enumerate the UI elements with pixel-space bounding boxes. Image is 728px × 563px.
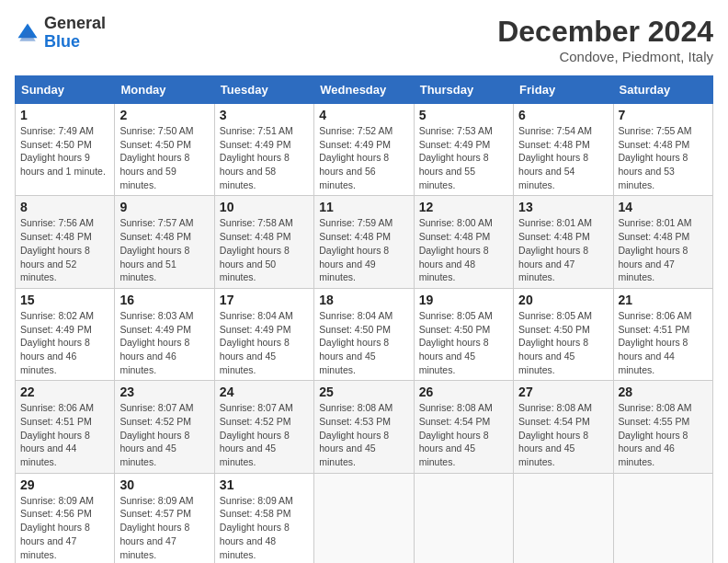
calendar-cell: 26Sunrise: 8:08 AMSunset: 4:54 PMDayligh… — [414, 381, 513, 473]
location: Condove, Piedmont, Italy — [497, 49, 713, 64]
day-number: 17 — [220, 293, 309, 307]
calendar-cell: 24Sunrise: 8:07 AMSunset: 4:52 PMDayligh… — [214, 381, 313, 473]
calendar-cell: 13Sunrise: 8:01 AMSunset: 4:48 PMDayligh… — [514, 196, 613, 288]
day-info: Sunrise: 7:49 AMSunset: 4:50 PMDaylight … — [20, 124, 109, 178]
calendar-cell: 14Sunrise: 8:01 AMSunset: 4:48 PMDayligh… — [613, 196, 712, 288]
month-year: December 2024 — [497, 15, 713, 49]
day-info: Sunrise: 8:08 AMSunset: 4:54 PMDaylight … — [419, 401, 508, 468]
day-info: Sunrise: 8:04 AMSunset: 4:49 PMDaylight … — [220, 309, 309, 376]
day-info: Sunrise: 8:08 AMSunset: 4:54 PMDaylight … — [518, 401, 608, 468]
day-number: 7 — [619, 108, 708, 122]
day-info: Sunrise: 7:54 AMSunset: 4:48 PMDaylight … — [518, 124, 608, 191]
day-number: 13 — [518, 200, 608, 214]
calendar-cell: 28Sunrise: 8:08 AMSunset: 4:55 PMDayligh… — [613, 381, 712, 473]
calendar-cell: 9Sunrise: 7:57 AMSunset: 4:48 PMDaylight… — [115, 196, 214, 288]
day-number: 24 — [220, 385, 309, 399]
calendar-cell: 4Sunrise: 7:52 AMSunset: 4:49 PMDaylight… — [314, 104, 414, 196]
calendar-cell: 6Sunrise: 7:54 AMSunset: 4:48 PMDaylight… — [514, 104, 613, 196]
day-number: 27 — [518, 385, 608, 399]
day-info: Sunrise: 8:08 AMSunset: 4:55 PMDaylight … — [619, 401, 708, 468]
calendar-cell: 29Sunrise: 8:09 AMSunset: 4:56 PMDayligh… — [16, 473, 115, 563]
day-info: Sunrise: 8:06 AMSunset: 4:51 PMDaylight … — [619, 309, 708, 376]
weekday-header-wednesday: Wednesday — [314, 76, 414, 104]
day-info: Sunrise: 8:07 AMSunset: 4:52 PMDaylight … — [220, 401, 309, 468]
calendar-cell: 5Sunrise: 7:53 AMSunset: 4:49 PMDaylight… — [414, 104, 513, 196]
calendar-cell: 1Sunrise: 7:49 AMSunset: 4:50 PMDaylight… — [16, 104, 115, 196]
day-number: 28 — [619, 385, 708, 399]
weekday-header-tuesday: Tuesday — [214, 76, 313, 104]
weekday-header-monday: Monday — [115, 76, 214, 104]
day-info: Sunrise: 8:04 AMSunset: 4:50 PMDaylight … — [319, 309, 408, 376]
calendar-cell: 22Sunrise: 8:06 AMSunset: 4:51 PMDayligh… — [16, 381, 115, 473]
day-info: Sunrise: 7:52 AMSunset: 4:49 PMDaylight … — [319, 124, 408, 191]
calendar-cell: 12Sunrise: 8:00 AMSunset: 4:48 PMDayligh… — [414, 196, 513, 288]
day-number: 14 — [619, 200, 708, 214]
calendar-cell — [613, 473, 712, 563]
calendar-cell: 7Sunrise: 7:55 AMSunset: 4:48 PMDaylight… — [613, 104, 712, 196]
day-info: Sunrise: 7:56 AMSunset: 4:48 PMDaylight … — [20, 216, 109, 283]
calendar-cell: 21Sunrise: 8:06 AMSunset: 4:51 PMDayligh… — [613, 288, 712, 380]
calendar-week-row: 15Sunrise: 8:02 AMSunset: 4:49 PMDayligh… — [16, 288, 713, 380]
calendar-cell: 3Sunrise: 7:51 AMSunset: 4:49 PMDaylight… — [214, 104, 313, 196]
day-info: Sunrise: 7:53 AMSunset: 4:49 PMDaylight … — [419, 124, 508, 191]
day-number: 25 — [319, 385, 408, 399]
calendar-week-row: 1Sunrise: 7:49 AMSunset: 4:50 PMDaylight… — [16, 104, 713, 196]
calendar-week-row: 8Sunrise: 7:56 AMSunset: 4:48 PMDaylight… — [16, 196, 713, 288]
day-number: 4 — [319, 108, 408, 122]
day-info: Sunrise: 7:51 AMSunset: 4:49 PMDaylight … — [220, 124, 309, 191]
page-header: General Blue December 2024 Condove, Pied… — [15, 15, 713, 64]
day-number: 8 — [20, 200, 109, 214]
calendar-cell: 16Sunrise: 8:03 AMSunset: 4:49 PMDayligh… — [115, 288, 214, 380]
calendar-week-row: 22Sunrise: 8:06 AMSunset: 4:51 PMDayligh… — [16, 381, 713, 473]
day-number: 23 — [119, 385, 209, 399]
day-info: Sunrise: 8:09 AMSunset: 4:58 PMDaylight … — [220, 494, 309, 561]
day-number: 22 — [20, 385, 109, 399]
day-number: 15 — [20, 293, 109, 307]
day-info: Sunrise: 8:00 AMSunset: 4:48 PMDaylight … — [419, 216, 508, 283]
day-number: 20 — [518, 293, 608, 307]
day-info: Sunrise: 7:59 AMSunset: 4:48 PMDaylight … — [319, 216, 408, 283]
day-info: Sunrise: 8:05 AMSunset: 4:50 PMDaylight … — [518, 309, 608, 376]
calendar-table: SundayMondayTuesdayWednesdayThursdayFrid… — [15, 75, 713, 563]
day-info: Sunrise: 7:50 AMSunset: 4:50 PMDaylight … — [119, 124, 209, 191]
day-info: Sunrise: 8:09 AMSunset: 4:56 PMDaylight … — [20, 494, 109, 561]
day-info: Sunrise: 7:57 AMSunset: 4:48 PMDaylight … — [119, 216, 209, 283]
calendar-week-row: 29Sunrise: 8:09 AMSunset: 4:56 PMDayligh… — [16, 473, 713, 563]
day-number: 16 — [119, 293, 209, 307]
day-number: 30 — [119, 477, 209, 492]
day-number: 1 — [20, 108, 109, 122]
calendar-cell: 15Sunrise: 8:02 AMSunset: 4:49 PMDayligh… — [16, 288, 115, 380]
day-info: Sunrise: 8:08 AMSunset: 4:53 PMDaylight … — [319, 401, 408, 468]
day-info: Sunrise: 8:05 AMSunset: 4:50 PMDaylight … — [419, 309, 508, 376]
weekday-header-row: SundayMondayTuesdayWednesdayThursdayFrid… — [16, 76, 713, 104]
calendar-cell: 18Sunrise: 8:04 AMSunset: 4:50 PMDayligh… — [314, 288, 414, 380]
day-number: 26 — [419, 385, 508, 399]
calendar-cell: 17Sunrise: 8:04 AMSunset: 4:49 PMDayligh… — [214, 288, 313, 380]
calendar-cell: 27Sunrise: 8:08 AMSunset: 4:54 PMDayligh… — [514, 381, 613, 473]
day-info: Sunrise: 8:01 AMSunset: 4:48 PMDaylight … — [619, 216, 708, 283]
calendar-cell: 2Sunrise: 7:50 AMSunset: 4:50 PMDaylight… — [115, 104, 214, 196]
day-number: 2 — [119, 108, 209, 122]
day-info: Sunrise: 8:03 AMSunset: 4:49 PMDaylight … — [119, 309, 209, 376]
calendar-cell: 10Sunrise: 7:58 AMSunset: 4:48 PMDayligh… — [214, 196, 313, 288]
weekday-header-thursday: Thursday — [414, 76, 513, 104]
calendar-cell: 25Sunrise: 8:08 AMSunset: 4:53 PMDayligh… — [314, 381, 414, 473]
logo-icon — [15, 20, 40, 46]
calendar-cell: 19Sunrise: 8:05 AMSunset: 4:50 PMDayligh… — [414, 288, 513, 380]
day-number: 29 — [20, 477, 109, 492]
calendar-cell: 8Sunrise: 7:56 AMSunset: 4:48 PMDaylight… — [16, 196, 115, 288]
logo-text: General Blue — [44, 15, 106, 52]
day-number: 3 — [220, 108, 309, 122]
day-number: 9 — [119, 200, 209, 214]
calendar-cell — [314, 473, 414, 563]
day-number: 19 — [419, 293, 508, 307]
weekday-header-sunday: Sunday — [16, 76, 115, 104]
day-info: Sunrise: 7:55 AMSunset: 4:48 PMDaylight … — [619, 124, 708, 191]
day-info: Sunrise: 8:02 AMSunset: 4:49 PMDaylight … — [20, 309, 109, 376]
day-number: 21 — [619, 293, 708, 307]
weekday-header-saturday: Saturday — [613, 76, 712, 104]
day-info: Sunrise: 7:58 AMSunset: 4:48 PMDaylight … — [220, 216, 309, 283]
calendar-cell — [414, 473, 513, 563]
day-info: Sunrise: 8:07 AMSunset: 4:52 PMDaylight … — [119, 401, 209, 468]
calendar-cell: 20Sunrise: 8:05 AMSunset: 4:50 PMDayligh… — [514, 288, 613, 380]
